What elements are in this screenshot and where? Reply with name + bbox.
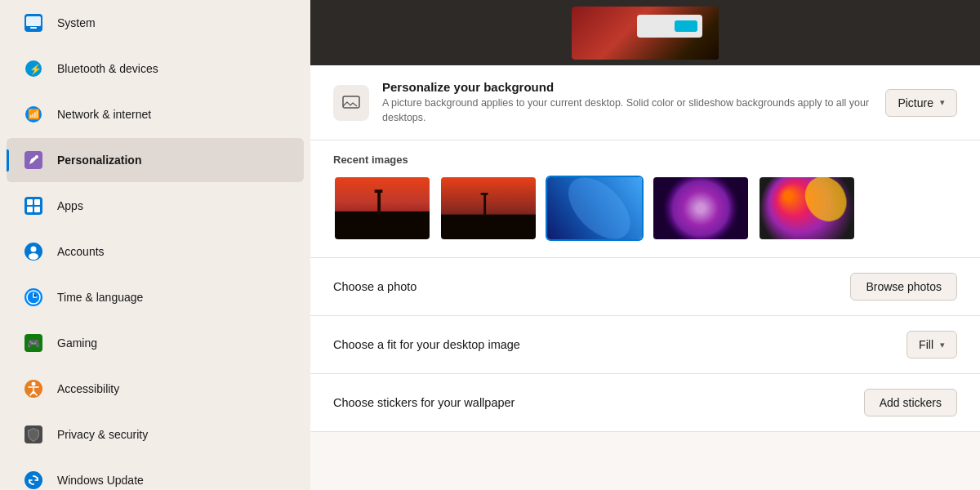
preview-dialog-btn — [675, 20, 697, 32]
sidebar-item-personalization[interactable]: Personalization — [7, 138, 304, 182]
svg-rect-1 — [26, 16, 41, 26]
apps-icon — [23, 195, 44, 216]
preview-monitor — [572, 7, 719, 60]
svg-rect-13 — [34, 207, 40, 212]
sidebar-item-accessibility[interactable]: Accessibility — [7, 367, 304, 411]
thumbnail-5[interactable] — [758, 176, 856, 241]
add-stickers-button[interactable]: Add stickers — [864, 389, 957, 416]
thumbnail-4[interactable] — [652, 176, 750, 241]
sidebar-item-label-network: Network & internet — [57, 108, 151, 121]
choose-photo-row: Choose a photo Browse photos — [310, 258, 980, 316]
chevron-down-icon: ▾ — [940, 340, 945, 350]
personalize-title: Personalize your background — [382, 80, 872, 94]
svg-point-16 — [29, 253, 38, 260]
preview-dialog — [637, 15, 702, 38]
sidebar-item-network[interactable]: 📶Network & internet — [7, 92, 304, 136]
gaming-icon: 🎮 — [23, 332, 44, 354]
svg-point-8 — [35, 155, 38, 158]
thumbnail-1[interactable] — [333, 176, 431, 241]
privacy-icon — [23, 424, 44, 445]
fit-dropdown[interactable]: Fill ▾ — [906, 331, 957, 359]
fit-dropdown-label: Fill — [919, 338, 933, 351]
update-icon — [23, 470, 44, 490]
svg-point-22 — [32, 382, 36, 386]
stickers-row: Choose stickers for your wallpaper Add s… — [310, 374, 980, 432]
svg-rect-10 — [27, 199, 33, 205]
sidebar-item-update[interactable]: Windows Update — [7, 458, 304, 490]
sidebar-item-accounts[interactable]: Accounts — [7, 229, 304, 274]
sidebar-item-label-accessibility: Accessibility — [57, 382, 119, 395]
recent-images-label: Recent images — [333, 154, 957, 166]
sidebar-item-label-update: Windows Update — [57, 474, 144, 487]
svg-rect-12 — [27, 207, 33, 212]
svg-text:🎮: 🎮 — [27, 336, 41, 350]
time-icon — [23, 287, 44, 308]
sidebar-item-label-system: System — [57, 16, 96, 29]
personalize-text: Personalize your background A picture ba… — [382, 80, 872, 125]
sidebar-item-label-time: Time & language — [57, 291, 143, 304]
sidebar-item-label-gaming: Gaming — [57, 336, 97, 350]
system-icon — [23, 12, 44, 33]
personalization-icon — [23, 149, 44, 171]
sidebar-item-label-privacy: Privacy & security — [57, 428, 148, 441]
sidebar-item-label-bluetooth: Bluetooth & devices — [57, 62, 158, 75]
svg-text:📶: 📶 — [28, 108, 40, 120]
sidebar-item-label-accounts: Accounts — [57, 245, 105, 258]
accessibility-icon — [23, 378, 44, 399]
sidebar-item-privacy[interactable]: Privacy & security — [7, 412, 304, 457]
svg-rect-11 — [34, 199, 40, 205]
browse-photos-button[interactable]: Browse photos — [850, 273, 957, 301]
sidebar-item-gaming[interactable]: 🎮Gaming — [7, 321, 304, 365]
recent-images-section: Recent images — [310, 140, 980, 258]
network-icon: 📶 — [23, 104, 44, 125]
svg-point-15 — [31, 247, 37, 252]
images-row — [333, 176, 957, 241]
sidebar-item-label-apps: Apps — [57, 199, 83, 212]
fit-label: Choose a fit for your desktop image — [333, 338, 520, 351]
background-type-dropdown[interactable]: Picture ▾ — [885, 89, 957, 117]
sidebar: System⚡Bluetooth & devices📶Network & int… — [0, 0, 310, 490]
sidebar-item-apps[interactable]: Apps — [7, 184, 304, 228]
personalize-icon — [333, 85, 369, 121]
sidebar-item-system[interactable]: System — [7, 1, 304, 45]
preview-area — [310, 0, 980, 65]
bluetooth-icon: ⚡ — [23, 58, 44, 79]
choose-fit-row: Choose a fit for your desktop image Fill… — [310, 316, 980, 374]
sidebar-item-bluetooth[interactable]: ⚡Bluetooth & devices — [7, 47, 304, 91]
svg-rect-2 — [30, 27, 37, 29]
personalize-section: Personalize your background A picture ba… — [310, 65, 980, 140]
svg-point-24 — [24, 471, 42, 489]
stickers-label: Choose stickers for your wallpaper — [333, 396, 514, 409]
chevron-down-icon: ▾ — [940, 97, 945, 108]
thumbnail-2[interactable] — [439, 176, 537, 241]
dropdown-label: Picture — [898, 96, 933, 109]
sidebar-item-time[interactable]: Time & language — [7, 275, 304, 319]
main-content: Personalize your background A picture ba… — [310, 0, 980, 490]
personalize-desc: A picture background applies to your cur… — [382, 96, 872, 125]
choose-photo-label: Choose a photo — [333, 280, 416, 293]
sidebar-item-label-personalization: Personalization — [57, 154, 141, 167]
thumbnail-3[interactable] — [546, 176, 644, 241]
accounts-icon — [23, 241, 44, 262]
svg-text:⚡: ⚡ — [29, 63, 42, 75]
